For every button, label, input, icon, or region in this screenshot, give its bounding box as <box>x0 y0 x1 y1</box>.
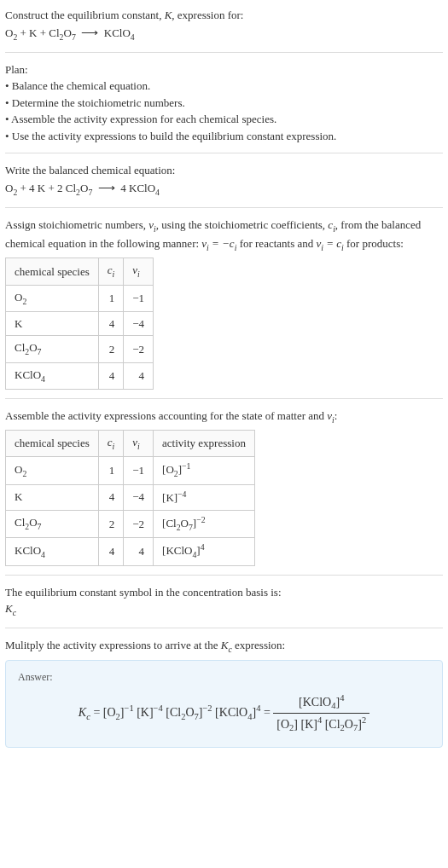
cell-species: KClO4 <box>6 538 99 566</box>
section-assign: Assign stoichiometric numbers, νi, using… <box>5 217 443 399</box>
cell-activity: [K]−4 <box>154 484 255 510</box>
balanced-title: Write the balanced chemical equation: <box>5 162 443 179</box>
plan-bullet-4: • Use the activity expressions to build … <box>5 128 443 145</box>
th-species: chemical species <box>6 430 99 456</box>
cell-nui: −2 <box>124 510 154 538</box>
section-balanced: Write the balanced chemical equation: O2… <box>5 162 443 208</box>
table-header-row: chemical species ci νi activity expressi… <box>6 430 255 456</box>
section-intro: Construct the equilibrium constant, K, e… <box>5 7 443 53</box>
cell-ci: 4 <box>98 362 124 389</box>
cell-ci: 2 <box>98 336 124 362</box>
rel1: νi = −ci <box>201 237 236 250</box>
cell-ci: 1 <box>98 457 124 485</box>
plan-bullet-3: • Assemble the activity expression for e… <box>5 111 443 128</box>
assign-text: Assign stoichiometric numbers, νi, using… <box>5 217 443 254</box>
ci-symbol: ci <box>328 218 335 231</box>
kc-symbol: Kc <box>5 600 443 619</box>
nu-symbol: νi <box>148 218 156 231</box>
cell-nui: −4 <box>124 484 154 510</box>
multiply-t2: expression: <box>232 639 285 651</box>
th-ci: ci <box>98 258 124 285</box>
cell-ci: 4 <box>98 538 124 566</box>
cell-species: KClO4 <box>6 362 99 389</box>
kc-symbol-2: Kc <box>221 639 232 651</box>
table-row: KClO4 4 4 <box>6 362 154 389</box>
basis-text: The equilibrium constant symbol in the c… <box>5 584 443 601</box>
rel2: νi = ci <box>317 237 344 250</box>
table-stoich: chemical species ci νi O2 1 −1 K 4 −4 Cl… <box>5 258 154 389</box>
cell-nui: 4 <box>124 362 154 389</box>
table-row: O2 1 −1 [O2]−1 <box>6 457 255 485</box>
cell-nui: −2 <box>124 336 154 362</box>
cell-nui: −1 <box>124 457 154 485</box>
assign-t1: Assign stoichiometric numbers, <box>5 218 148 231</box>
multiply-t1: Mulitply the activity expressions to arr… <box>5 639 221 651</box>
cell-species: K <box>6 311 99 336</box>
balanced-equation: O2 + 4 K + 2 Cl2O7 ⟶ 4 KClO4 <box>5 179 443 199</box>
cell-activity: [KClO4]4 <box>154 538 255 566</box>
th-species: chemical species <box>6 258 99 285</box>
table-row: KClO4 4 4 [KClO4]4 <box>6 538 255 566</box>
answer-label: Answer: <box>18 669 430 685</box>
section-plan: Plan: • Balance the chemical equation. •… <box>5 61 443 154</box>
table-row: O2 1 −1 <box>6 285 154 311</box>
cell-ci: 1 <box>98 285 124 311</box>
cell-activity: [Cl2O7]−2 <box>154 510 255 538</box>
cell-species: Cl2O7 <box>6 510 99 538</box>
cell-nui: −1 <box>124 285 154 311</box>
th-activity: activity expression <box>154 430 255 456</box>
assign-t5: for products: <box>344 237 404 250</box>
table-row: Cl2O7 2 −2 <box>6 336 154 362</box>
cell-ci: 4 <box>98 311 124 336</box>
multiply-text: Mulitply the activity expressions to arr… <box>5 637 443 656</box>
kc-expression: Kc = [O2]−1 [K]−4 [Cl2O7]−2 [KClO4]4 = [… <box>18 692 430 735</box>
cell-species: O2 <box>6 285 99 311</box>
table-activity: chemical species ci νi activity expressi… <box>5 430 255 566</box>
th-nui: νi <box>124 258 154 285</box>
table-row: Cl2O7 2 −2 [Cl2O7]−2 <box>6 510 255 538</box>
th-nui: νi <box>124 430 154 456</box>
section-basis: The equilibrium constant symbol in the c… <box>5 584 443 629</box>
intro-line1b: , expression for: <box>172 9 243 21</box>
section-assemble: Assemble the activity expressions accoun… <box>5 408 443 576</box>
cell-nui: −4 <box>124 311 154 336</box>
table-row: K 4 −4 [K]−4 <box>6 484 255 510</box>
intro-text: Construct the equilibrium constant, K, e… <box>5 7 443 24</box>
assign-t2: , using the stoichiometric coefficients, <box>156 218 329 231</box>
cell-species: O2 <box>6 457 99 485</box>
unbalanced-equation: O2 + K + Cl2O7 ⟶ KClO4 <box>5 24 443 43</box>
assemble-colon: : <box>335 409 338 422</box>
plan-bullet-2: • Determine the stoichiometric numbers. <box>5 95 443 112</box>
cell-nui: 4 <box>124 538 154 566</box>
fraction-numerator: [KClO4]4 <box>273 692 369 714</box>
assign-t4: for reactants and <box>236 237 316 250</box>
plan-bullet-1: • Balance the chemical equation. <box>5 78 443 95</box>
intro-line1: Construct the equilibrium constant, <box>5 9 165 21</box>
fraction-denominator: [O2] [K]4 [Cl2O7]2 <box>273 714 369 735</box>
section-multiply: Mulitply the activity expressions to arr… <box>5 637 443 756</box>
cell-ci: 4 <box>98 484 124 510</box>
table-header-row: chemical species ci νi <box>6 258 154 285</box>
assemble-text: Assemble the activity expressions accoun… <box>5 408 443 426</box>
cell-species: Cl2O7 <box>6 336 99 362</box>
cell-ci: 2 <box>98 510 124 538</box>
cell-species: K <box>6 484 99 510</box>
nu-symbol-2: νi <box>327 409 335 422</box>
fraction: [KClO4]4 [O2] [K]4 [Cl2O7]2 <box>273 692 369 735</box>
assemble-t1: Assemble the activity expressions accoun… <box>5 409 327 422</box>
cell-activity: [O2]−1 <box>154 457 255 485</box>
answer-box: Answer: Kc = [O2]−1 [K]−4 [Cl2O7]−2 [KCl… <box>5 660 443 748</box>
table-row: K 4 −4 <box>6 311 154 336</box>
th-ci: ci <box>98 430 124 456</box>
plan-title: Plan: <box>5 61 443 78</box>
